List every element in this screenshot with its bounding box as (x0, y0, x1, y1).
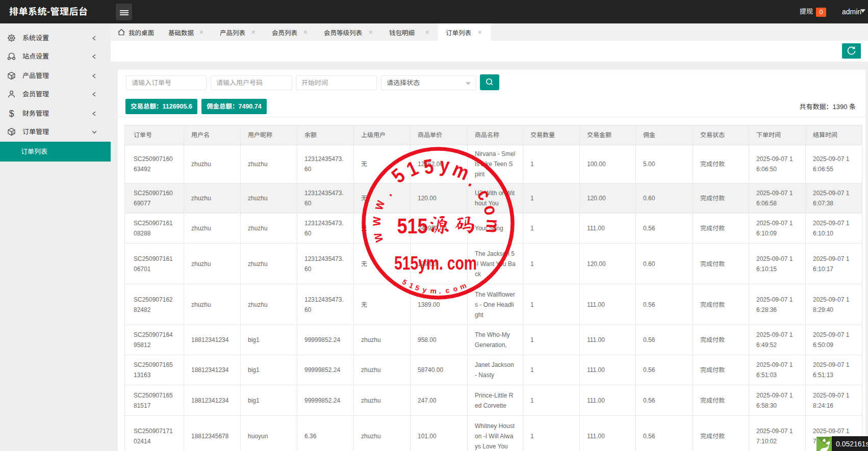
svg-text:5: 5 (414, 283, 421, 293)
svg-text:.: . (380, 188, 395, 199)
svg-text:5: 5 (422, 154, 435, 179)
svg-text:w: w (370, 198, 388, 212)
svg-text:w: w (368, 216, 384, 226)
svg-text:5: 5 (401, 278, 409, 287)
svg-text:0.052161s: 0.052161s (836, 440, 868, 448)
svg-text:源 码: 源 码 (429, 214, 475, 235)
svg-text:$: $ (9, 109, 14, 118)
svg-text:c: c (445, 286, 450, 295)
svg-text:m: m (449, 157, 473, 185)
svg-text:.: . (439, 287, 441, 295)
svg-text:1: 1 (408, 281, 415, 290)
svg-text:m: m (430, 286, 437, 295)
svg-text:y: y (439, 153, 451, 177)
svg-text:515: 515 (397, 214, 427, 238)
svg-text:o: o (480, 203, 502, 217)
svg-text:m: m (482, 219, 504, 234)
svg-text:w: w (369, 231, 386, 245)
svg-text:o: o (452, 284, 458, 294)
svg-text:y: y (422, 285, 427, 294)
svg-text:c: c (473, 185, 496, 204)
svg-text:m: m (458, 281, 467, 291)
svg-text:515ym. com: 515ym. com (394, 252, 477, 273)
